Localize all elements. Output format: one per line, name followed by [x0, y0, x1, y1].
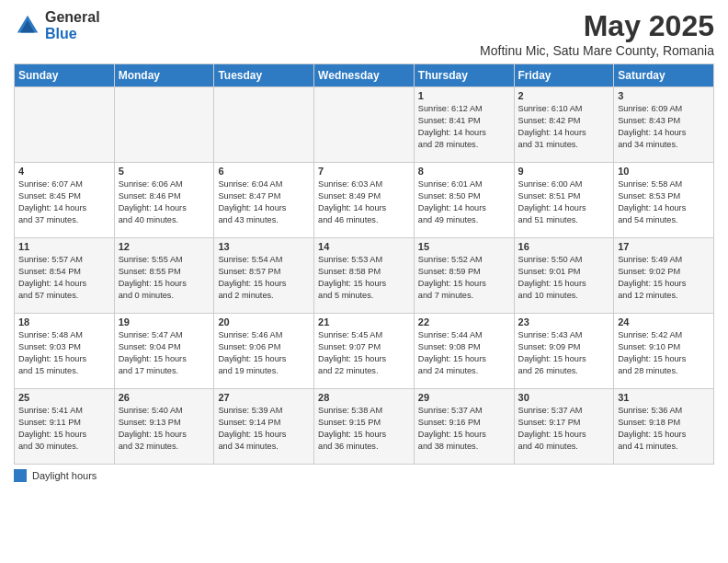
day-cell: 12Sunrise: 5:55 AM Sunset: 8:55 PM Dayli… — [114, 238, 214, 314]
day-cell: 4Sunrise: 6:07 AM Sunset: 8:45 PM Daylig… — [15, 163, 115, 238]
day-info: Sunrise: 5:48 AM Sunset: 9:03 PM Dayligh… — [18, 329, 110, 377]
logo-blue-text: Blue — [45, 26, 100, 42]
day-number: 13 — [218, 241, 310, 252]
day-info: Sunrise: 5:53 AM Sunset: 8:58 PM Dayligh… — [318, 254, 410, 302]
day-info: Sunrise: 5:42 AM Sunset: 9:10 PM Dayligh… — [618, 329, 710, 377]
day-number: 21 — [318, 316, 410, 327]
day-cell: 27Sunrise: 5:39 AM Sunset: 9:14 PM Dayli… — [214, 389, 314, 465]
day-number: 11 — [18, 241, 110, 252]
day-number: 29 — [418, 392, 510, 403]
calendar-table: Sunday Monday Tuesday Wednesday Thursday… — [14, 63, 714, 465]
day-number: 5 — [119, 166, 210, 177]
col-tuesday: Tuesday — [214, 64, 314, 87]
day-number: 25 — [18, 392, 110, 403]
day-number: 18 — [18, 316, 110, 327]
day-info: Sunrise: 5:52 AM Sunset: 8:59 PM Dayligh… — [418, 254, 510, 302]
legend-box — [14, 469, 27, 482]
day-info: Sunrise: 5:57 AM Sunset: 8:54 PM Dayligh… — [18, 254, 110, 302]
page: General Blue May 2025 Moftinu Mic, Satu … — [0, 0, 728, 563]
day-number: 30 — [518, 392, 610, 403]
week-row-4: 18Sunrise: 5:48 AM Sunset: 9:03 PM Dayli… — [15, 314, 714, 389]
day-number: 20 — [218, 316, 310, 327]
logo-icon — [14, 12, 41, 40]
day-cell — [15, 87, 115, 163]
day-info: Sunrise: 5:46 AM Sunset: 9:06 PM Dayligh… — [218, 329, 310, 377]
day-number: 28 — [318, 392, 410, 403]
day-cell: 5Sunrise: 6:06 AM Sunset: 8:46 PM Daylig… — [114, 163, 214, 238]
day-number: 27 — [218, 392, 310, 403]
day-info: Sunrise: 5:44 AM Sunset: 9:08 PM Dayligh… — [418, 329, 510, 377]
day-cell: 3Sunrise: 6:09 AM Sunset: 8:43 PM Daylig… — [614, 87, 714, 163]
logo: General Blue — [14, 9, 100, 41]
day-number: 8 — [418, 166, 510, 177]
day-cell: 11Sunrise: 5:57 AM Sunset: 8:54 PM Dayli… — [15, 238, 115, 314]
day-info: Sunrise: 5:45 AM Sunset: 9:07 PM Dayligh… — [318, 329, 410, 377]
day-cell: 26Sunrise: 5:40 AM Sunset: 9:13 PM Dayli… — [114, 389, 214, 465]
day-cell: 2Sunrise: 6:10 AM Sunset: 8:42 PM Daylig… — [514, 87, 614, 163]
day-cell: 23Sunrise: 5:43 AM Sunset: 9:09 PM Dayli… — [514, 314, 614, 389]
week-row-2: 4Sunrise: 6:07 AM Sunset: 8:45 PM Daylig… — [15, 163, 714, 238]
day-cell: 17Sunrise: 5:49 AM Sunset: 9:02 PM Dayli… — [614, 238, 714, 314]
day-info: Sunrise: 6:04 AM Sunset: 8:47 PM Dayligh… — [218, 178, 310, 226]
day-number: 1 — [418, 90, 510, 101]
subtitle: Moftinu Mic, Satu Mare County, Romania — [480, 43, 714, 58]
day-cell — [114, 87, 214, 163]
header: General Blue May 2025 Moftinu Mic, Satu … — [14, 9, 714, 58]
col-monday: Monday — [114, 64, 214, 87]
legend-label: Daylight hours — [32, 470, 97, 481]
day-info: Sunrise: 5:50 AM Sunset: 9:01 PM Dayligh… — [518, 254, 610, 302]
day-number: 19 — [119, 316, 210, 327]
day-cell: 25Sunrise: 5:41 AM Sunset: 9:11 PM Dayli… — [15, 389, 115, 465]
day-cell: 30Sunrise: 5:37 AM Sunset: 9:17 PM Dayli… — [514, 389, 614, 465]
day-info: Sunrise: 6:03 AM Sunset: 8:49 PM Dayligh… — [318, 178, 410, 226]
day-cell: 7Sunrise: 6:03 AM Sunset: 8:49 PM Daylig… — [314, 163, 415, 238]
day-info: Sunrise: 5:54 AM Sunset: 8:57 PM Dayligh… — [218, 254, 310, 302]
day-cell: 20Sunrise: 5:46 AM Sunset: 9:06 PM Dayli… — [214, 314, 314, 389]
day-info: Sunrise: 5:49 AM Sunset: 9:02 PM Dayligh… — [618, 254, 710, 302]
day-cell: 24Sunrise: 5:42 AM Sunset: 9:10 PM Dayli… — [614, 314, 714, 389]
day-info: Sunrise: 6:00 AM Sunset: 8:51 PM Dayligh… — [518, 178, 610, 226]
calendar-body: 1Sunrise: 6:12 AM Sunset: 8:41 PM Daylig… — [15, 87, 714, 465]
day-info: Sunrise: 5:55 AM Sunset: 8:55 PM Dayligh… — [119, 254, 210, 302]
day-cell: 6Sunrise: 6:04 AM Sunset: 8:47 PM Daylig… — [214, 163, 314, 238]
day-info: Sunrise: 5:58 AM Sunset: 8:53 PM Dayligh… — [618, 178, 710, 226]
day-cell: 1Sunrise: 6:12 AM Sunset: 8:41 PM Daylig… — [414, 87, 514, 163]
day-number: 31 — [618, 392, 710, 403]
col-wednesday: Wednesday — [314, 64, 415, 87]
day-info: Sunrise: 6:06 AM Sunset: 8:46 PM Dayligh… — [119, 178, 210, 226]
day-info: Sunrise: 6:01 AM Sunset: 8:50 PM Dayligh… — [418, 178, 510, 226]
col-saturday: Saturday — [614, 64, 714, 87]
col-sunday: Sunday — [15, 64, 115, 87]
day-cell: 21Sunrise: 5:45 AM Sunset: 9:07 PM Dayli… — [314, 314, 415, 389]
day-info: Sunrise: 5:47 AM Sunset: 9:04 PM Dayligh… — [119, 329, 210, 377]
day-cell — [214, 87, 314, 163]
title-block: May 2025 Moftinu Mic, Satu Mare County, … — [480, 9, 714, 58]
day-cell: 9Sunrise: 6:00 AM Sunset: 8:51 PM Daylig… — [514, 163, 614, 238]
day-number: 3 — [618, 90, 710, 101]
week-row-3: 11Sunrise: 5:57 AM Sunset: 8:54 PM Dayli… — [15, 238, 714, 314]
day-cell: 15Sunrise: 5:52 AM Sunset: 8:59 PM Dayli… — [414, 238, 514, 314]
day-number: 22 — [418, 316, 510, 327]
day-number: 4 — [18, 166, 110, 177]
day-cell: 18Sunrise: 5:48 AM Sunset: 9:03 PM Dayli… — [15, 314, 115, 389]
main-title: May 2025 — [480, 9, 714, 43]
week-row-5: 25Sunrise: 5:41 AM Sunset: 9:11 PM Dayli… — [15, 389, 714, 465]
day-cell: 8Sunrise: 6:01 AM Sunset: 8:50 PM Daylig… — [414, 163, 514, 238]
day-number: 14 — [318, 241, 410, 252]
logo-general: General — [45, 9, 100, 26]
day-number: 12 — [119, 241, 210, 252]
week-row-1: 1Sunrise: 6:12 AM Sunset: 8:41 PM Daylig… — [15, 87, 714, 163]
day-cell: 29Sunrise: 5:37 AM Sunset: 9:16 PM Dayli… — [414, 389, 514, 465]
day-info: Sunrise: 5:43 AM Sunset: 9:09 PM Dayligh… — [518, 329, 610, 377]
day-info: Sunrise: 5:38 AM Sunset: 9:15 PM Dayligh… — [318, 405, 410, 453]
day-number: 17 — [618, 241, 710, 252]
day-number: 10 — [618, 166, 710, 177]
day-cell: 10Sunrise: 5:58 AM Sunset: 8:53 PM Dayli… — [614, 163, 714, 238]
day-number: 24 — [618, 316, 710, 327]
day-number: 16 — [518, 241, 610, 252]
day-info: Sunrise: 5:36 AM Sunset: 9:18 PM Dayligh… — [618, 405, 710, 453]
day-number: 23 — [518, 316, 610, 327]
legend: Daylight hours — [14, 469, 714, 482]
day-cell: 14Sunrise: 5:53 AM Sunset: 8:58 PM Dayli… — [314, 238, 415, 314]
day-number: 7 — [318, 166, 410, 177]
